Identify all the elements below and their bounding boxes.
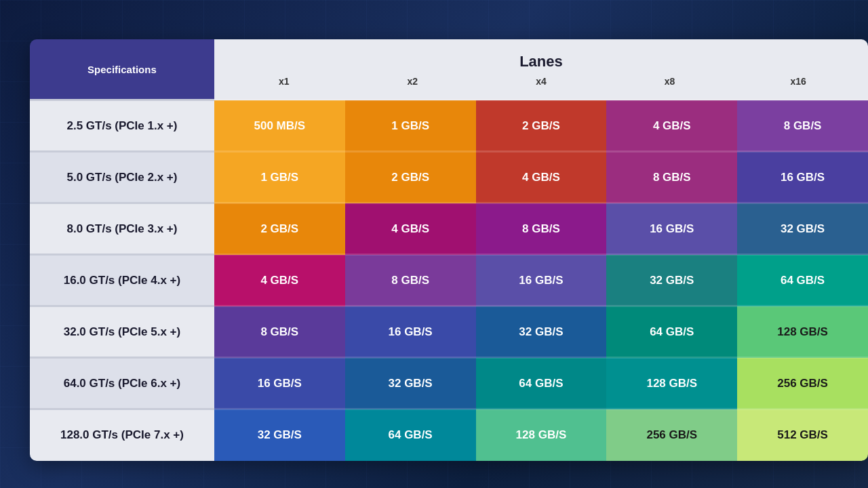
- lanes-header: Lanes x1 x2 x4 x8 x16: [214, 39, 868, 100]
- table-cell: 500 MB/S: [214, 100, 345, 152]
- spec-table-wrapper: Specifications Lanes x1 x2 x4 x8 x16 2.5…: [30, 39, 868, 461]
- table-cell: 256 GB/S: [737, 358, 868, 409]
- table-cell: 64 GB/S: [737, 255, 868, 306]
- table-cell: 8 GB/S: [214, 306, 345, 358]
- table-cell: 1 GB/S: [214, 152, 345, 203]
- table-row: 16.0 GT/s (PCIe 4.x +) 4 GB/S 8 GB/S 16 …: [30, 255, 868, 306]
- table-cell: 1 GB/S: [345, 100, 476, 152]
- table-cell: 16 GB/S: [345, 306, 476, 358]
- spec-label: 64.0 GT/s (PCIe 6.x +): [30, 358, 214, 409]
- table-cell: 16 GB/S: [606, 203, 737, 255]
- table-cell: 16 GB/S: [476, 255, 607, 306]
- table-cell: 32 GB/S: [345, 358, 476, 409]
- lane-x4: x4: [477, 73, 606, 92]
- table-cell: 256 GB/S: [606, 409, 737, 461]
- table-cell: 4 GB/S: [345, 203, 476, 255]
- header-row: Specifications Lanes x1 x2 x4 x8 x16: [30, 39, 868, 100]
- table-cell: 4 GB/S: [606, 100, 737, 152]
- table-row: 5.0 GT/s (PCIe 2.x +) 1 GB/S 2 GB/S 4 GB…: [30, 152, 868, 203]
- table-cell: 8 GB/S: [737, 100, 868, 152]
- table-cell: 4 GB/S: [214, 255, 345, 306]
- lane-x2: x2: [349, 73, 477, 92]
- table-cell: 2 GB/S: [345, 152, 476, 203]
- table-cell: 64 GB/S: [606, 306, 737, 358]
- spec-label: 16.0 GT/s (PCIe 4.x +): [30, 255, 214, 306]
- table-cell: 32 GB/S: [737, 203, 868, 255]
- table-cell: 32 GB/S: [476, 306, 607, 358]
- specs-header: Specifications: [30, 39, 214, 100]
- spec-table: Specifications Lanes x1 x2 x4 x8 x16 2.5…: [30, 39, 868, 461]
- table-cell: 8 GB/S: [476, 203, 607, 255]
- table-row: 32.0 GT/s (PCIe 5.x +) 8 GB/S 16 GB/S 32…: [30, 306, 868, 358]
- table-cell: 2 GB/S: [476, 100, 607, 152]
- table-cell: 8 GB/S: [606, 152, 737, 203]
- spec-label: 32.0 GT/s (PCIe 5.x +): [30, 306, 214, 358]
- table-cell: 32 GB/S: [214, 409, 345, 461]
- spec-label: 2.5 GT/s (PCIe 1.x +): [30, 100, 214, 152]
- table-row: 128.0 GT/s (PCIe 7.x +) 32 GB/S 64 GB/S …: [30, 409, 868, 461]
- table-cell: 64 GB/S: [476, 358, 607, 409]
- spec-label: 128.0 GT/s (PCIe 7.x +): [30, 409, 214, 461]
- lane-x8: x8: [606, 73, 734, 92]
- table-cell: 16 GB/S: [214, 358, 345, 409]
- table-cell: 32 GB/S: [606, 255, 737, 306]
- table-cell: 8 GB/S: [345, 255, 476, 306]
- table-cell: 128 GB/S: [476, 409, 607, 461]
- table-row: 8.0 GT/s (PCIe 3.x +) 2 GB/S 4 GB/S 8 GB…: [30, 203, 868, 255]
- spec-label: 5.0 GT/s (PCIe 2.x +): [30, 152, 214, 203]
- table-cell: 64 GB/S: [345, 409, 476, 461]
- table-cell: 16 GB/S: [737, 152, 868, 203]
- table-row: 2.5 GT/s (PCIe 1.x +) 500 MB/S 1 GB/S 2 …: [30, 100, 868, 152]
- table-cell: 2 GB/S: [214, 203, 345, 255]
- lanes-title: Lanes: [220, 46, 863, 73]
- spec-label: 8.0 GT/s (PCIe 3.x +): [30, 203, 214, 255]
- lane-x1: x1: [220, 73, 349, 92]
- lane-labels-row: x1 x2 x4 x8 x16: [220, 73, 863, 92]
- lane-x16: x16: [734, 73, 863, 92]
- table-cell: 4 GB/S: [476, 152, 607, 203]
- table-cell: 128 GB/S: [606, 358, 737, 409]
- table-cell: 512 GB/S: [737, 409, 868, 461]
- table-row: 64.0 GT/s (PCIe 6.x +) 16 GB/S 32 GB/S 6…: [30, 358, 868, 409]
- table-cell: 128 GB/S: [737, 306, 868, 358]
